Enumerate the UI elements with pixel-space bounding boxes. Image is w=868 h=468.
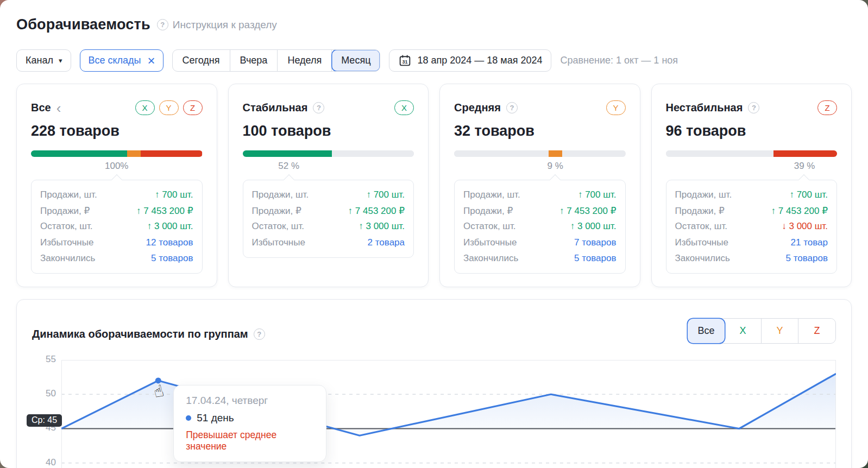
card-medium-group: Средняя ? Y 32 товаров 9 % Продажи, шт.↑… (439, 84, 640, 287)
group-badges: Z (817, 100, 837, 115)
stats-box: Продажи, шт.↑ 700 шт. Продажи, ₽↑ 7 453 … (666, 180, 838, 274)
products-count: 96 товаров (666, 123, 838, 140)
stat-row: Продажи, шт.↑ 700 шт. (40, 187, 193, 203)
distribution-bar (454, 150, 626, 157)
comparison-period-label: Сравнение: 1 окт — 1 ноя (560, 55, 678, 66)
chevron-left-icon[interactable]: ‹ (56, 103, 61, 113)
stat-row: Остаток, шт.↑ 3 000 шт. (252, 219, 405, 235)
question-icon[interactable]: ? (254, 328, 265, 340)
channel-label: Канал (26, 55, 53, 66)
stat-row: Избыточные21 товар (675, 235, 828, 250)
help-link-label: Инструкция к разделу (173, 19, 277, 31)
card-title: Нестабильная (666, 102, 743, 114)
average-badge: Ср: 45 (27, 414, 62, 427)
group-toggle: Все X Y Z (687, 318, 836, 344)
group-badges: Y (606, 100, 626, 115)
date-range-label: 18 апр 2024 — 18 мая 2024 (417, 55, 542, 66)
stat-row: Продажи, ₽↑ 7 453 200 ₽ (40, 203, 193, 218)
stat-row: Остаток, шт.↓ 3 000 шт. (675, 219, 828, 235)
stat-row: Закончились5 товаров (463, 251, 617, 267)
section-help-link[interactable]: ? Инструкция к разделу (157, 19, 277, 31)
badge-z[interactable]: Z (183, 100, 203, 115)
tooltip-value: 51 день (197, 412, 234, 424)
toggle-z[interactable]: Z (798, 319, 835, 343)
channel-dropdown[interactable]: Канал ▾ (16, 49, 71, 72)
stat-row: Продажи, ₽↑ 7 453 200 ₽ (463, 203, 617, 218)
stat-row: Продажи, шт.↑ 700 шт. (675, 187, 828, 203)
card-title: Стабильная (243, 102, 308, 114)
svg-text:31: 31 (402, 59, 408, 65)
question-icon[interactable]: ? (313, 102, 324, 113)
notch-pointer (284, 174, 294, 185)
percent-label: 52 % (278, 161, 299, 172)
date-range-picker[interactable]: 31 18 апр 2024 — 18 мая 2024 (389, 49, 551, 72)
y-axis-tick: 40 (46, 457, 56, 468)
distribution-bar (243, 150, 414, 157)
chart-title: Динамика оборачиваемости по группам (32, 328, 248, 340)
question-icon[interactable]: ? (506, 102, 518, 113)
page-header: Оборачиваемость ? Инструкция к разделу (0, 0, 868, 33)
warehouse-chip-label: Все склады (88, 55, 141, 66)
y-axis-tick: 50 (46, 388, 56, 399)
notch-pointer (550, 174, 561, 185)
highlighted-point[interactable] (155, 377, 161, 383)
filter-bar: Канал ▾ Все склады × Сегодня Вчера Недел… (0, 33, 868, 72)
group-badges: X (394, 100, 414, 115)
tab-month[interactable]: Месяц (331, 49, 380, 72)
stat-row: Закончились5 товаров (675, 251, 828, 267)
products-count: 228 товаров (31, 123, 203, 140)
stat-row: Продажи, шт.↑ 700 шт. (252, 187, 405, 203)
y-axis-tick: 55 (46, 354, 56, 365)
badge-y[interactable]: Y (159, 100, 179, 115)
close-icon: × (148, 54, 155, 67)
question-icon: ? (157, 19, 168, 30)
distribution-bar (666, 150, 838, 157)
card-title: Все (31, 102, 51, 114)
series-dot-icon (186, 415, 191, 421)
stat-row: Избыточные2 товара (252, 235, 405, 250)
question-icon[interactable]: ? (748, 102, 759, 113)
badge-z[interactable]: Z (817, 100, 837, 115)
period-segmented-control: Сегодня Вчера Неделя Месяц (172, 49, 381, 72)
card-all-groups: Все ‹ X Y Z 228 товаров 100% Продажи, шт… (16, 84, 217, 287)
percent-label: 39 % (794, 161, 815, 172)
toggle-y[interactable]: Y (762, 319, 798, 343)
app-surface: Оборачиваемость ? Инструкция к разделу К… (0, 0, 868, 468)
chart-tooltip: 17.04.24, четверг 51 день Превышает сред… (173, 385, 326, 462)
notch-pointer (799, 174, 810, 185)
products-count: 100 товаров (243, 123, 414, 140)
warehouse-filter-chip[interactable]: Все склады × (80, 49, 163, 72)
stat-row: Избыточные12 товаров (40, 235, 193, 250)
stats-box: Продажи, шт.↑ 700 шт. Продажи, ₽↑ 7 453 … (243, 180, 414, 258)
stats-box: Продажи, шт.↑ 700 шт. Продажи, ₽↑ 7 453 … (31, 180, 203, 274)
stat-row: Остаток, шт.↑ 3 000 шт. (463, 219, 617, 235)
badge-x[interactable]: X (135, 100, 155, 115)
tab-week[interactable]: Неделя (278, 50, 332, 71)
tab-today[interactable]: Сегодня (173, 50, 230, 71)
chevron-down-icon: ▾ (59, 56, 62, 65)
stat-row: Остаток, шт.↑ 3 000 шт. (40, 219, 193, 235)
summary-cards-row: Все ‹ X Y Z 228 товаров 100% Продажи, шт… (0, 72, 868, 287)
stat-row: Продажи, шт.↑ 700 шт. (463, 187, 617, 203)
card-unstable-group: Нестабильная ? Z 96 товаров 39 % Продажи… (651, 84, 852, 287)
tooltip-note: Превышает среднее значение (186, 429, 314, 452)
card-title: Средняя (454, 102, 501, 114)
notch-pointer (111, 174, 122, 185)
card-stable-group: Стабильная ? X 100 товаров 52 % Продажи,… (228, 84, 429, 287)
toggle-all[interactable]: Все (688, 319, 725, 343)
stat-row: Продажи, ₽↑ 7 453 200 ₽ (675, 203, 828, 218)
group-badges: X Y Z (135, 100, 203, 115)
percent-label: 9 % (547, 161, 563, 172)
tab-yesterday[interactable]: Вчера (230, 50, 278, 71)
stat-row: Продажи, ₽↑ 7 453 200 ₽ (252, 203, 405, 218)
percent-label: 100% (105, 161, 128, 172)
stat-row: Закончились5 товаров (40, 251, 193, 267)
badge-x[interactable]: X (394, 100, 414, 115)
chart-plot: Ср: 45 ☝ 17.04.24, четверг 51 день Превы… (32, 360, 836, 468)
toggle-x[interactable]: X (725, 319, 762, 343)
page-title: Оборачиваемость (16, 16, 150, 33)
turnover-dynamics-card: Динамика оборачиваемости по группам ? Вс… (16, 299, 852, 468)
badge-y[interactable]: Y (606, 100, 626, 115)
calendar-icon: 31 (398, 54, 412, 67)
products-count: 32 товаров (454, 123, 626, 140)
